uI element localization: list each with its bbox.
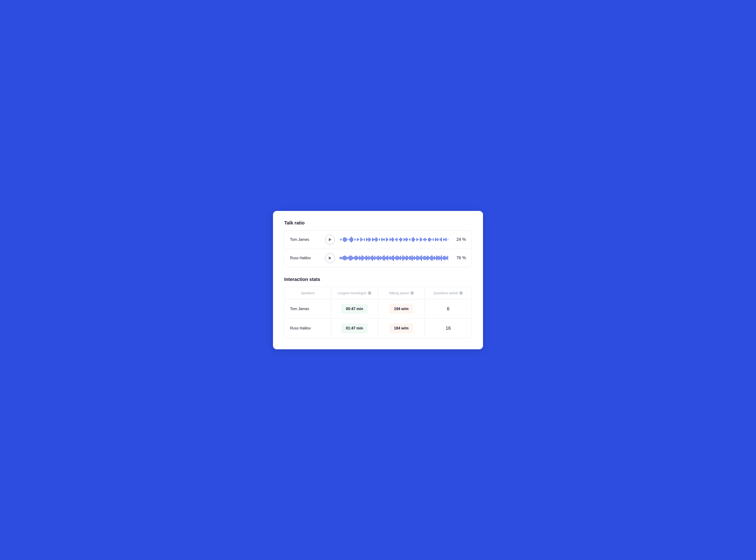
speed-badge-tom: 194 w/m <box>390 304 413 314</box>
speaker-row-tom: Tom James 24 % <box>284 231 472 249</box>
talk-ratio-box: Tom James 24 % Russ Halilov 76 % <box>284 230 472 267</box>
info-icon-questions: i <box>459 291 463 295</box>
speaker-name-tom: Tom James <box>290 238 320 242</box>
waveform-russ <box>339 255 448 261</box>
talk-ratio-title: Talk ratio <box>284 220 472 226</box>
monologue-badge-tom: 00:47 min <box>341 304 368 314</box>
col-header-questions: Questions asked i <box>425 287 472 299</box>
col-header-monologue: Longest monologue i <box>331 287 378 299</box>
stats-speed-russ: 184 w/m <box>378 319 425 338</box>
stats-row-tom: Tom James 00:47 min 194 w/m 6 <box>284 299 472 319</box>
main-card: Talk ratio Tom James 24 % Russ Halilov 7… <box>273 211 483 349</box>
stats-row-russ: Russ Halilov 01:47 min 184 w/m 16 <box>284 319 472 338</box>
stats-header: Speakers Longest monologue i Talking spe… <box>284 287 472 299</box>
stats-speed-tom: 194 w/m <box>378 299 425 319</box>
speaker-row-russ: Russ Halilov 76 % <box>284 249 472 267</box>
waveform-tom <box>339 236 448 243</box>
stats-monologue-tom: 00:47 min <box>331 299 378 319</box>
stats-name-russ: Russ Halilov <box>284 319 331 338</box>
monologue-badge-russ: 01:47 min <box>341 323 368 333</box>
percent-russ: 76 % <box>453 256 466 260</box>
stats-table: Speakers Longest monologue i Talking spe… <box>284 287 472 338</box>
interaction-stats-title: Interaction stats <box>284 277 472 282</box>
play-button-tom[interactable] <box>325 235 335 244</box>
svg-marker-1 <box>329 256 332 260</box>
stats-questions-russ: 16 <box>425 319 472 338</box>
svg-marker-0 <box>329 238 332 241</box>
info-icon-monologue: i <box>368 291 372 295</box>
speaker-name-russ: Russ Halilov <box>290 256 320 260</box>
percent-tom: 24 % <box>453 237 466 242</box>
info-icon-speed: i <box>410 291 414 295</box>
speed-badge-russ: 184 w/m <box>390 323 413 333</box>
col-header-speed: Talking speed i <box>378 287 425 299</box>
stats-name-tom: Tom James <box>284 299 331 319</box>
play-button-russ[interactable] <box>325 253 335 263</box>
stats-questions-tom: 6 <box>425 299 472 319</box>
play-icon-russ <box>329 256 332 260</box>
col-header-speakers: Speakers <box>284 287 331 299</box>
play-icon-tom <box>329 238 332 241</box>
stats-monologue-russ: 01:47 min <box>331 319 378 338</box>
